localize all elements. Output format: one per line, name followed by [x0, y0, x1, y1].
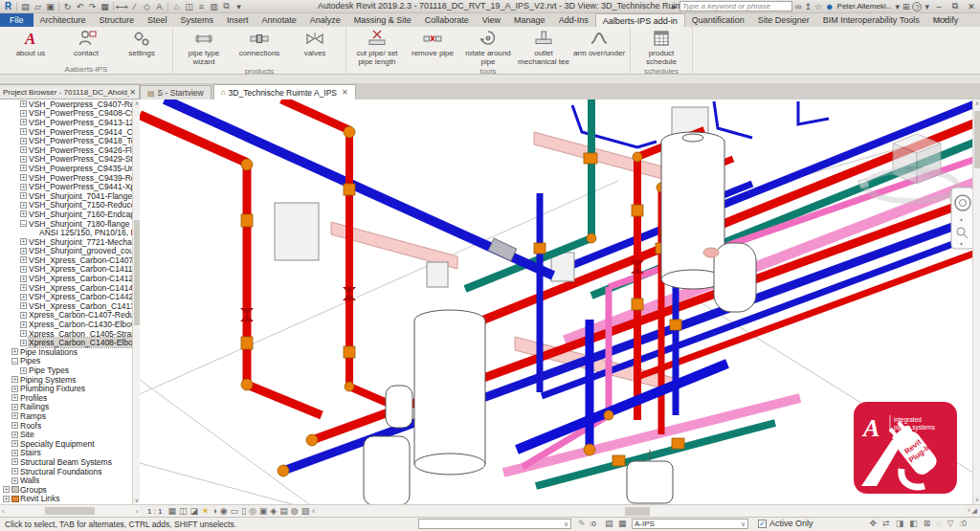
close-button[interactable]: ✕ [965, 2, 978, 11]
tree-item[interactable]: +Site [0, 430, 139, 439]
tree-item[interactable]: +Pipe Types [0, 365, 139, 375]
help-icon[interactable]: ? [912, 2, 922, 11]
tree-item[interactable]: +VSH_PowerPress_C9418_Tee-PxRpx [0, 136, 139, 145]
tree-item[interactable]: +VSH_Xpress_Carbon-C1442-Groove [0, 292, 139, 301]
displacement-icon[interactable]: ◍ [291, 506, 299, 516]
select-pinned-icon[interactable]: ⊠ [924, 519, 931, 528]
tree-item[interactable]: +VSH_PowerPress_C9408-C9411-90 [0, 109, 139, 119]
help-caret-icon[interactable]: ▾ [924, 2, 929, 11]
tree-item[interactable]: +VSH_PowerPress_C9414_C1415_Te [0, 127, 139, 137]
search-icon[interactable]: ∞ [795, 2, 801, 11]
switch-windows-icon[interactable]: ⧉ [220, 1, 233, 12]
expand-plus-icon[interactable]: + [20, 302, 27, 309]
project-browser-tree[interactable]: +VSH_Powerpress_C9407-Reducer-T+VSH_Powe… [0, 100, 140, 505]
expand-minus-icon[interactable]: – [11, 358, 18, 365]
tab-systems[interactable]: Systems [174, 13, 221, 27]
settings-button[interactable]: settings [115, 29, 168, 57]
tab-quantification[interactable]: Quantification [685, 13, 751, 27]
project-browser-header[interactable]: Project Browser - 701118_DC_Ahold_Bleisw… [0, 84, 140, 100]
constraints-icon[interactable]: ▧ [301, 506, 310, 516]
tree-item[interactable]: +VSH_Xpress_Carbon_C1413-Elbow_ [0, 301, 139, 311]
valves-button[interactable]: valves [288, 29, 342, 57]
expand-plus-icon[interactable]: + [20, 119, 27, 125]
product-schedule-button[interactable]: product schedule [635, 29, 688, 66]
editable-only-icon[interactable]: ⇄ [882, 519, 890, 528]
expand-minus-icon[interactable]: – [20, 220, 27, 227]
expand-plus-icon[interactable]: + [11, 431, 18, 438]
remove-pipe-button[interactable]: remove pipe [406, 29, 459, 57]
tree-item[interactable]: –VSH_Shurjoint_7180-flange adapte [0, 219, 139, 229]
filter-icon[interactable]: ▽ [947, 519, 954, 528]
expand-plus-icon[interactable]: + [11, 440, 18, 447]
tab-view[interactable]: View [476, 13, 507, 27]
ribbon-display-toggle-icon[interactable]: ▭ ▾ [934, 15, 947, 24]
tree-item[interactable]: +Structural Beam Systems [0, 457, 139, 467]
scroll-left-icon[interactable]: ‹ [2, 508, 4, 515]
scale-button[interactable]: 1 : 1 [147, 507, 163, 516]
window-icon[interactable]: ▤ [19, 1, 32, 12]
expand-plus-icon[interactable]: + [20, 266, 27, 273]
editing-requests-icon[interactable]: ✎ [578, 519, 586, 528]
expand-plus-icon[interactable]: + [20, 192, 27, 199]
search-input[interactable]: Type a keyword or phrase [679, 1, 792, 11]
lock-3d-view-icon[interactable]: ◎ [249, 506, 256, 516]
tree-item[interactable]: +VSH_Xpress_Carbon-C1411-Elbow_ [0, 265, 139, 275]
redo-icon[interactable]: ↷ [86, 1, 99, 12]
tree-item[interactable]: +Xpress_Carbon-C1407-Reducer [0, 311, 139, 321]
viewport-hscrollbar[interactable] [319, 506, 964, 517]
worksets-panel-icon[interactable]: ▤ [605, 519, 613, 528]
tree-item[interactable]: +Xpress_Carbon-C1430-Elbow-PxR_ [0, 320, 139, 329]
favorites-icon[interactable]: ☆ [814, 2, 822, 11]
expand-plus-icon[interactable]: + [3, 486, 10, 493]
viewport-vscrollbar[interactable]: ∧ ∨ [972, 100, 980, 504]
scroll-right-icon[interactable]: › [136, 508, 138, 515]
tree-item[interactable]: +Ramps [0, 411, 139, 421]
tree-item[interactable]: +Groups [0, 485, 139, 495]
tree-item[interactable]: +Xpress_Carbon_C1408-Elbow_PxP [0, 338, 139, 347]
expand-plus-icon[interactable]: + [11, 477, 18, 484]
worksharing-display-icon[interactable]: ✥ [870, 519, 878, 528]
signin-icon[interactable]: ↥ [804, 2, 812, 11]
tree-item[interactable]: +Walls [0, 476, 139, 485]
save-icon[interactable]: ▣ [44, 1, 56, 12]
expand-plus-icon[interactable]: + [11, 376, 18, 383]
expand-plus-icon[interactable]: + [20, 128, 27, 135]
tree-item[interactable]: +Roofs [0, 421, 139, 431]
tree-item[interactable]: +VSH_Powerpress_C9435-Union-Pxf [0, 164, 139, 173]
expand-plus-icon[interactable]: + [20, 238, 27, 245]
tree-item[interactable]: +Plumbing Fixtures [0, 384, 139, 393]
minimize-button[interactable]: – [932, 2, 946, 11]
tree-item[interactable]: +Railings [0, 403, 139, 412]
scroll-down-icon[interactable]: ∨ [973, 496, 980, 504]
expand-plus-icon[interactable]: + [20, 284, 27, 291]
about-us-button[interactable]: Aabout us [4, 29, 57, 57]
tree-item[interactable]: +VSH_Shurjoint_7041-Flange adapte [0, 191, 139, 201]
tree-item[interactable]: +VSH_Xpress_Carbon-C1412-Elbow_ [0, 274, 139, 283]
scrollbar-thumb[interactable] [625, 507, 650, 516]
expand-plus-icon[interactable]: + [3, 496, 10, 502]
expand-plus-icon[interactable]: + [20, 312, 27, 319]
tree-item[interactable]: +VSH_PowerPress_C9439-Reduced_ [0, 173, 139, 183]
expand-plus-icon[interactable]: + [20, 110, 27, 117]
expand-plus-icon[interactable]: + [20, 330, 27, 337]
expand-plus-icon[interactable]: + [11, 468, 18, 475]
select-underlay-icon[interactable]: ◧ [909, 519, 918, 528]
scale-icon[interactable]: ▦ [168, 506, 177, 516]
expand-plus-icon[interactable]: + [11, 386, 18, 392]
tree-item[interactable]: +VSH_PowerPress_C9441-Xpress_co [0, 182, 139, 191]
text-icon[interactable]: A [153, 1, 166, 12]
expand-plus-icon[interactable]: + [20, 256, 27, 263]
pipe-type-wizard-button[interactable]: pipe type wizard [177, 29, 231, 66]
section-icon[interactable]: ◫ [183, 1, 195, 12]
tab-analyze[interactable]: Analyze [303, 13, 347, 27]
tree-item[interactable]: +VSH_Xpress_Carbon-C1414_C1415 [0, 283, 139, 293]
tree-item[interactable]: +Stairs [0, 449, 139, 458]
temporary-hide-icon[interactable]: ▣ [259, 506, 268, 516]
aligned-dimension-icon[interactable]: ∕ [128, 1, 141, 12]
sun-path-icon[interactable]: ☀ [201, 506, 209, 516]
workset-dropdown[interactable]: ∨ [418, 519, 571, 529]
tag-icon[interactable]: ◇ [141, 1, 153, 12]
scrollbar-thumb[interactable] [974, 111, 980, 168]
expand-plus-icon[interactable]: + [20, 100, 27, 107]
expand-plus-icon[interactable]: + [11, 394, 18, 401]
